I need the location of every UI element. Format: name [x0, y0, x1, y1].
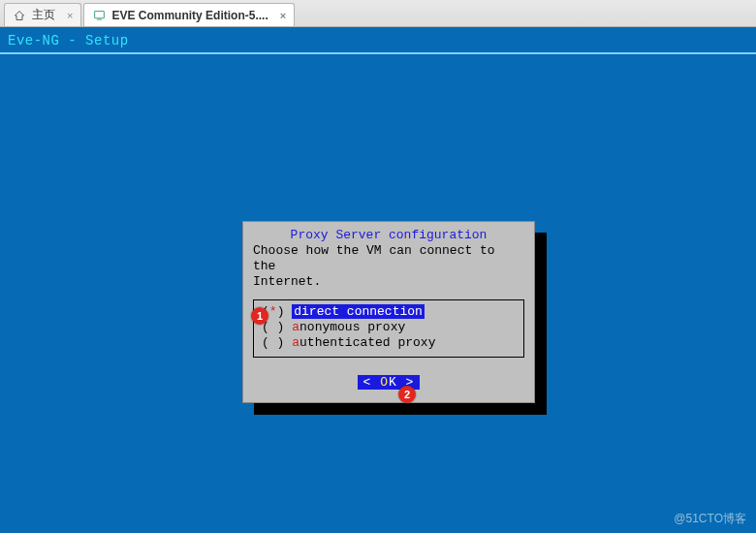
svg-rect-1 — [97, 19, 102, 20]
terminal-title: Eve-NG - Setup — [8, 33, 129, 48]
option-anonymous-proxy[interactable]: ( ) anonymous proxy — [262, 320, 516, 335]
tab-eve[interactable]: EVE Community Edition-5.... × — [83, 3, 295, 26]
annotation-badge-2: 2 — [398, 386, 416, 403]
svg-rect-0 — [95, 11, 105, 17]
close-icon[interactable]: × — [67, 10, 73, 21]
annotation-badge-1: 1 — [251, 307, 268, 325]
option-direct-connection[interactable]: (*) direct connection — [262, 304, 516, 320]
watermark: @51CTO博客 — [674, 511, 746, 527]
terminal-area[interactable]: Eve-NG - Setup Proxy Server configuratio… — [0, 27, 756, 533]
proxy-config-dialog: Proxy Server configuration Choose how th… — [242, 221, 535, 403]
option-authenticated-proxy[interactable]: ( ) authenticated proxy — [262, 335, 516, 351]
close-icon[interactable]: × — [280, 10, 286, 21]
terminal-divider — [0, 52, 756, 54]
home-icon — [13, 9, 26, 22]
tab-home-label: 主页 — [32, 7, 55, 23]
dialog-prompt-line1: Choose how the VM can connect to the — [253, 243, 524, 274]
vm-console-icon — [92, 9, 106, 22]
dialog-prompt-line2: Internet. — [253, 274, 524, 290]
tab-home[interactable]: 主页 × — [4, 3, 81, 26]
tab-eve-label: EVE Community Edition-5.... — [111, 9, 268, 22]
options-frame: (*) direct connection ( ) anonymous prox… — [253, 299, 524, 358]
browser-tab-bar: 主页 × EVE Community Edition-5.... × — [0, 0, 756, 27]
dialog-title: Proxy Server configuration — [253, 228, 524, 243]
